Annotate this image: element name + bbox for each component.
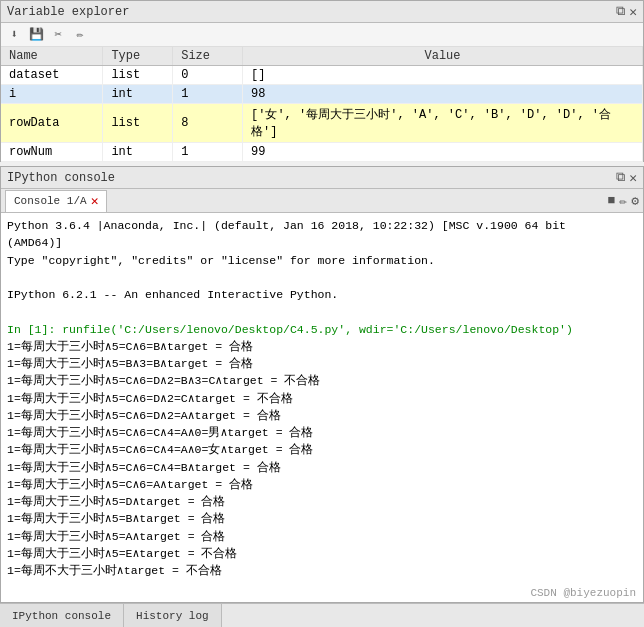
cell-name: dataset: [1, 66, 103, 85]
cell-size: 1: [173, 85, 243, 104]
ipython-restore-icon[interactable]: ⧉: [616, 170, 625, 185]
cell-type: list: [103, 104, 173, 143]
col-header-type: Type: [103, 47, 173, 66]
cell-name: rowData: [1, 104, 103, 143]
save-icon[interactable]: 💾: [27, 26, 45, 44]
console-line: 1=每周大于三小时∧5=A∧target = 合格: [7, 528, 637, 545]
variable-explorer-panel: Variable explorer ⧉ ✕ ⬇ 💾 ✂ ✏ Name Type …: [0, 0, 644, 162]
cell-value: 98: [243, 85, 643, 104]
bottom-tab-ipython[interactable]: IPython console: [0, 604, 124, 627]
console-line: 1=每周大于三小时∧5=C∧6=C∧4=A∧0=女∧target = 合格: [7, 441, 637, 458]
console-tab-close[interactable]: ✕: [91, 193, 99, 209]
watermark: CSDN @biyezuopin: [530, 587, 636, 599]
variable-explorer-toolbar: ⬇ 💾 ✂ ✏: [1, 23, 643, 47]
console-line: 1=每周大于三小时∧5=C∧6=D∧2=C∧target = 不合格: [7, 390, 637, 407]
cell-name: rowNum: [1, 143, 103, 162]
console-line: IPython 6.2.1 -- An enhanced Interactive…: [7, 286, 637, 303]
variable-explorer-title: Variable explorer: [7, 5, 129, 19]
bottom-tab-ipython-label: IPython console: [12, 610, 111, 622]
variable-table: Name Type Size Value datasetlist0[]iint1…: [1, 47, 643, 162]
titlebar-right-icons: ⧉ ✕: [616, 4, 637, 20]
variable-explorer-titlebar: Variable explorer ⧉ ✕: [1, 1, 643, 23]
console-line: Type "copyright", "credits" or "license"…: [7, 252, 637, 269]
edit-icon[interactable]: ✏: [71, 26, 89, 44]
console-line: In [1]: runfile('C:/Users/lenovo/Desktop…: [7, 321, 637, 338]
console-line: [7, 269, 637, 286]
console-line: 1=每周大于三小时∧5=C∧6=C∧4=B∧target = 合格: [7, 459, 637, 476]
bottom-tab-history[interactable]: History log: [124, 604, 222, 627]
cell-type: int: [103, 143, 173, 162]
cell-type: int: [103, 85, 173, 104]
restore-icon[interactable]: ⧉: [616, 4, 625, 19]
close-icon[interactable]: ✕: [629, 4, 637, 20]
bottom-tabs-bar: IPython console History log: [0, 603, 644, 627]
cell-value: []: [243, 66, 643, 85]
table-row[interactable]: rowNumint199: [1, 143, 643, 162]
console-line: 1=每周大于三小时∧5=D∧target = 合格: [7, 493, 637, 510]
console-line: 1=每周大于三小时∧5=C∧6=D∧2=A∧target = 合格: [7, 407, 637, 424]
console-line: 1=每周大于三小时∧5=C∧6=C∧4=A∧0=男∧target = 合格: [7, 424, 637, 441]
console-body[interactable]: Python 3.6.4 |Anaconda, Inc.| (default, …: [1, 213, 643, 602]
console-edit2-icon[interactable]: ✏: [619, 193, 627, 209]
cell-size: 1: [173, 143, 243, 162]
cell-name: i: [1, 85, 103, 104]
console-line: 1=每周大于三小时∧5=C∧6=D∧2=B∧3=C∧target = 不合格: [7, 372, 637, 389]
bottom-tab-history-label: History log: [136, 610, 209, 622]
console-tab-label: Console 1/A: [14, 195, 87, 207]
console-gear-icon[interactable]: ⚙: [631, 193, 639, 209]
cell-value: 99: [243, 143, 643, 162]
ipython-console-titlebar: IPython console ⧉ ✕: [1, 167, 643, 189]
cell-type: list: [103, 66, 173, 85]
cell-size: 0: [173, 66, 243, 85]
table-row[interactable]: rowDatalist8['女', '每周大于三小时', 'A', 'C', '…: [1, 104, 643, 143]
ipython-close-icon[interactable]: ✕: [629, 170, 637, 186]
console-stop-icon[interactable]: ■: [608, 193, 616, 208]
console-line: 1=每周大于三小时∧5=B∧3=B∧target = 合格: [7, 355, 637, 372]
console-line: 1=每周不大于三小时∧target = 不合格: [7, 562, 637, 579]
col-header-value: Value: [243, 47, 643, 66]
col-header-size: Size: [173, 47, 243, 66]
ipython-titlebar-right: ⧉ ✕: [616, 170, 637, 186]
console-tab[interactable]: Console 1/A ✕: [5, 190, 107, 212]
cut-icon[interactable]: ✂: [49, 26, 67, 44]
ipython-console-title: IPython console: [7, 171, 115, 185]
cell-value: ['女', '每周大于三小时', 'A', 'C', 'B', 'D', 'D'…: [243, 104, 643, 143]
console-line: 1=每周大于三小时∧5=C∧6=B∧target = 合格: [7, 338, 637, 355]
col-header-name: Name: [1, 47, 103, 66]
cell-size: 8: [173, 104, 243, 143]
ipython-console-panel: IPython console ⧉ ✕ Console 1/A ✕ ■ ✏ ⚙ …: [0, 166, 644, 603]
console-line: 1=每周大于三小时∧5=C∧6=A∧target = 合格: [7, 476, 637, 493]
console-line: 1=每周大于三小时∧5=E∧target = 不合格: [7, 545, 637, 562]
table-row[interactable]: datasetlist0[]: [1, 66, 643, 85]
table-row[interactable]: iint198: [1, 85, 643, 104]
console-line: Python 3.6.4 |Anaconda, Inc.| (default, …: [7, 217, 637, 234]
console-toolbar-right: ■ ✏ ⚙: [608, 193, 639, 209]
console-line: 1=每周大于三小时∧5=B∧target = 合格: [7, 510, 637, 527]
import-icon[interactable]: ⬇: [5, 26, 23, 44]
console-line: (AMD64)]: [7, 234, 637, 251]
console-tabs-bar: Console 1/A ✕ ■ ✏ ⚙: [1, 189, 643, 213]
console-line: [7, 303, 637, 320]
